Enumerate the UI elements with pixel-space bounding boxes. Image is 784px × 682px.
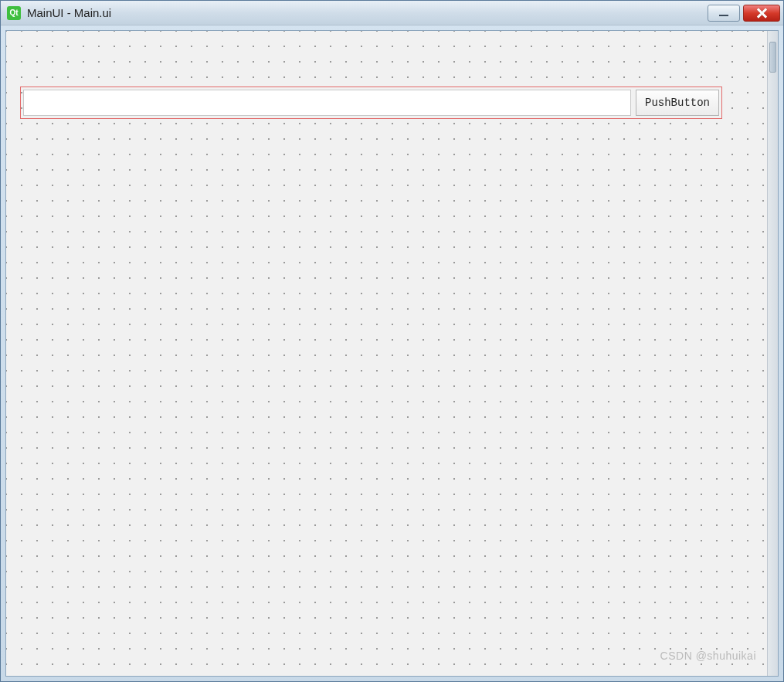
qt-app-icon: Qt	[7, 6, 21, 20]
application-window: Qt MainUI - Main.ui PushButton CSDN @shu…	[0, 0, 784, 682]
qt-icon-label: Qt	[9, 8, 18, 17]
minimize-icon	[719, 14, 728, 16]
horizontal-layout[interactable]: PushButton	[20, 87, 722, 119]
close-button[interactable]	[743, 5, 780, 22]
close-icon	[756, 8, 767, 19]
window-controls	[704, 5, 780, 22]
line-edit-input[interactable]	[23, 90, 631, 116]
scroll-thumb[interactable]	[769, 42, 776, 73]
window-title: MainUI - Main.ui	[27, 6, 704, 19]
form-designer-canvas[interactable]: PushButton CSDN @shuhuikai	[5, 30, 779, 677]
grid-dots	[6, 31, 778, 676]
titlebar[interactable]: Qt MainUI - Main.ui	[1, 1, 783, 25]
push-button[interactable]: PushButton	[636, 90, 719, 116]
minimize-button[interactable]	[708, 5, 740, 22]
vertical-scrollbar[interactable]	[767, 31, 778, 676]
